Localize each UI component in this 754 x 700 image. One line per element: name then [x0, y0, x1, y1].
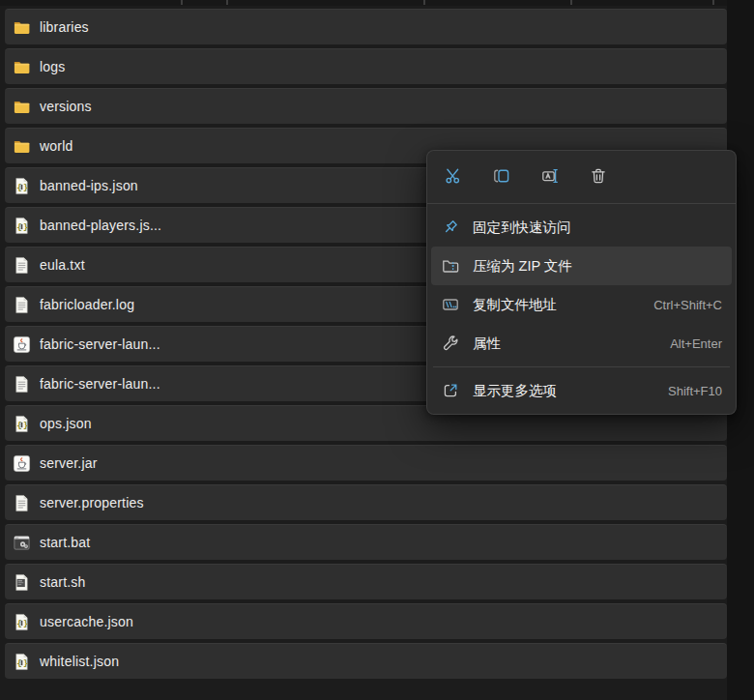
column-divider-tick [181, 0, 183, 5]
copy-path-icon [441, 295, 460, 314]
show-more-icon [441, 381, 460, 400]
file-row[interactable]: logs [5, 48, 727, 84]
file-name: server.jar [40, 455, 98, 471]
file-row[interactable]: { }whitelist.json [5, 643, 727, 679]
column-divider-tick [423, 0, 425, 5]
menu-item-copy-file-path[interactable]: 复制文件地址 Ctrl+Shift+C [431, 285, 732, 324]
file-name: fabric-server-laun... [40, 336, 160, 352]
text-file-icon [12, 255, 31, 275]
context-menu-items: 固定到快速访问 压缩为 ZIP 文件 复制文件地址 Ctrl+Shift+C [427, 204, 736, 414]
file-row[interactable]: versions [5, 88, 727, 124]
file-row[interactable]: server.properties [5, 484, 727, 520]
folder-icon [12, 97, 31, 116]
menu-item-label: 显示更多选项 [473, 382, 557, 400]
column-divider-tick [570, 0, 572, 5]
file-row[interactable]: libraries [5, 9, 727, 44]
copy-button[interactable] [484, 160, 519, 194]
menu-separator [433, 366, 730, 367]
folder-icon [12, 57, 31, 76]
file-name: server.properties [40, 495, 144, 510]
json-file-icon: { } [12, 652, 31, 671]
menu-item-label: 固定到快速访问 [473, 219, 571, 237]
file-name: start.bat [40, 535, 90, 550]
file-name: start.sh [40, 574, 86, 590]
file-name: fabricloader.log [40, 297, 134, 312]
copy-icon [492, 166, 511, 189]
text-file-icon [12, 374, 31, 394]
menu-item-shortcut: Ctrl+Shift+C [642, 298, 722, 312]
file-row[interactable]: start.bat [5, 524, 727, 560]
svg-text:}: } [22, 618, 27, 627]
menu-item-shortcut: Alt+Enter [658, 336, 722, 351]
file-name: world [40, 138, 72, 154]
rename-icon [540, 166, 560, 189]
svg-text:}: } [22, 182, 27, 191]
menu-item-label: 属性 [473, 335, 501, 353]
file-name: versions [40, 99, 92, 114]
column-divider-tick [712, 0, 714, 5]
menu-item-label: 复制文件地址 [473, 296, 557, 314]
file-row[interactable]: start.sh [5, 564, 727, 599]
file-name: banned-ips.json [40, 178, 138, 193]
file-name: ops.json [40, 416, 92, 431]
file-row[interactable]: { }usercache.json [5, 603, 727, 639]
folder-icon [12, 136, 31, 156]
cut-button[interactable] [436, 160, 471, 194]
json-file-icon: { } [12, 414, 31, 433]
pin-icon [441, 218, 460, 237]
java-jar-icon [12, 335, 31, 354]
svg-text:}: } [22, 420, 27, 429]
file-name: whitelist.json [40, 654, 119, 669]
file-name: usercache.json [40, 614, 133, 629]
file-name: logs [40, 59, 65, 74]
menu-item-show-more-options[interactable]: 显示更多选项 Shift+F10 [431, 371, 732, 410]
menu-item-pin-to-quick-access[interactable]: 固定到快速访问 [431, 208, 732, 247]
java-jar-icon [12, 453, 31, 473]
svg-text:}: } [22, 657, 27, 667]
shell-script-icon [12, 572, 31, 592]
zip-folder-icon [441, 256, 460, 276]
context-menu: 固定到快速访问 压缩为 ZIP 文件 复制文件地址 Ctrl+Shift+C [426, 150, 737, 415]
cut-icon [444, 166, 463, 189]
file-name: banned-players.js... [40, 218, 161, 233]
folder-icon [12, 17, 31, 37]
json-file-icon: { } [12, 612, 31, 631]
context-menu-toolbar [427, 151, 736, 203]
file-name: libraries [40, 19, 89, 35]
json-file-icon: { } [12, 176, 31, 195]
file-row[interactable]: server.jar [5, 445, 727, 481]
menu-item-label: 压缩为 ZIP 文件 [473, 257, 572, 276]
rename-button[interactable] [533, 160, 567, 194]
svg-text:}: } [22, 221, 27, 231]
menu-item-shortcut: Shift+F10 [656, 384, 722, 398]
batch-file-icon [12, 533, 31, 552]
column-divider-tick [226, 0, 228, 5]
delete-button[interactable] [581, 160, 616, 194]
column-header-edge [0, 0, 754, 6]
menu-item-properties[interactable]: 属性 Alt+Enter [431, 324, 732, 363]
delete-icon [589, 166, 608, 189]
json-file-icon: { } [12, 216, 31, 235]
text-file-icon [12, 493, 31, 512]
file-name: fabric-server-laun... [40, 376, 160, 392]
wrench-icon [441, 334, 460, 353]
text-file-icon [12, 295, 31, 314]
menu-item-compress-to-zip[interactable]: 压缩为 ZIP 文件 [431, 247, 732, 285]
file-name: eula.txt [40, 257, 85, 273]
